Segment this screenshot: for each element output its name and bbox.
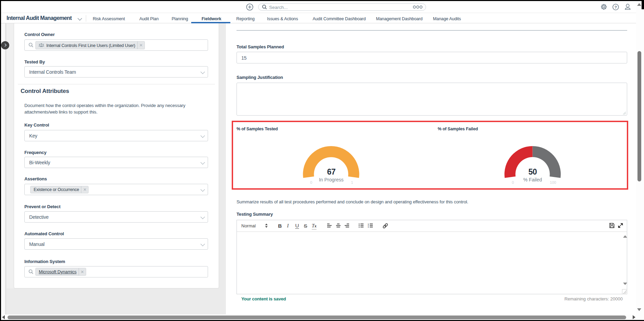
svg-text:In Progress: In Progress [319, 177, 344, 182]
svg-text:0: 0 [512, 180, 514, 185]
svg-text:1: 1 [351, 180, 353, 185]
svg-text:% Failed: % Failed [523, 177, 542, 182]
svg-text:?: ? [614, 5, 617, 9]
svg-text:3: 3 [368, 226, 369, 228]
svg-text:67: 67 [327, 167, 336, 176]
svg-text:50: 50 [528, 167, 537, 176]
svg-text:100: 100 [550, 180, 556, 185]
svg-text:0: 0 [310, 180, 312, 185]
